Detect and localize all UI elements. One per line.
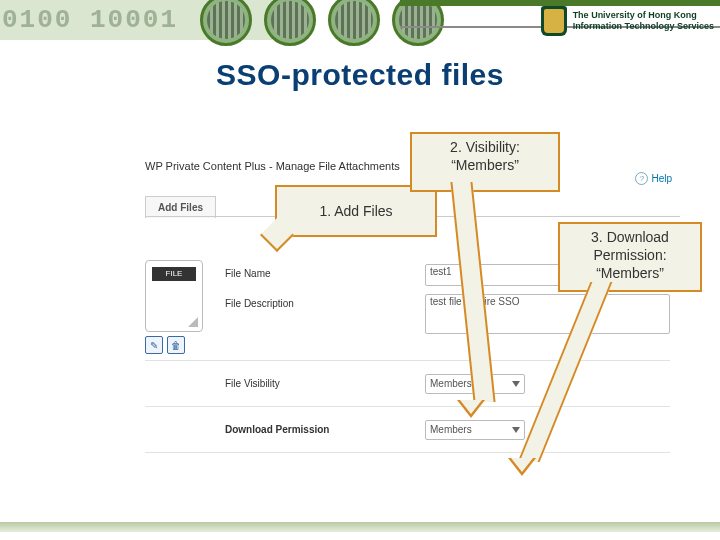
label-file-desc: File Description — [225, 298, 294, 309]
help-icon: ? — [635, 172, 648, 185]
slide-title: SSO-protected files — [0, 58, 720, 92]
top-banner: 0100 10001 The University of Hong Kong I… — [0, 0, 720, 40]
university-logo: The University of Hong Kong Information … — [541, 6, 714, 36]
input-file-desc[interactable]: test file require SSO — [425, 294, 670, 334]
callout-3-line1: 3. Download — [568, 228, 692, 246]
select-download-perm[interactable]: Members — [425, 420, 525, 440]
org-dept: Information Technology Services — [573, 21, 714, 32]
file-tag: FILE — [152, 267, 196, 281]
callout-1-add-files: 1. Add Files — [275, 185, 437, 237]
delete-icon[interactable]: 🗑 — [167, 336, 185, 354]
callout-1-text: 1. Add Files — [319, 202, 392, 220]
file-thumb-block: FILE ✎ 🗑 — [145, 260, 205, 354]
callout-3-line3: “Members” — [568, 264, 692, 282]
banner-photos — [200, 0, 444, 48]
help-link[interactable]: ? Help — [635, 172, 672, 185]
edit-icon[interactable]: ✎ — [145, 336, 163, 354]
label-visibility: File Visibility — [225, 378, 280, 389]
org-name: The University of Hong Kong — [573, 10, 714, 21]
label-download-perm: Download Permission — [225, 424, 329, 435]
bottom-bar — [0, 522, 720, 532]
crest-icon — [541, 6, 567, 36]
file-thumb[interactable]: FILE — [145, 260, 203, 332]
help-label: Help — [651, 173, 672, 184]
callout-2-line1: 2. Visibility: — [420, 138, 550, 156]
callout-3-line2: Permission: — [568, 246, 692, 264]
callout-2-line2: “Members” — [420, 156, 550, 174]
callout-2-visibility: 2. Visibility: “Members” — [410, 132, 560, 192]
tab-add-files[interactable]: Add Files — [145, 196, 216, 218]
callout-3-download: 3. Download Permission: “Members” — [558, 222, 702, 292]
label-file-name: File Name — [225, 268, 271, 279]
